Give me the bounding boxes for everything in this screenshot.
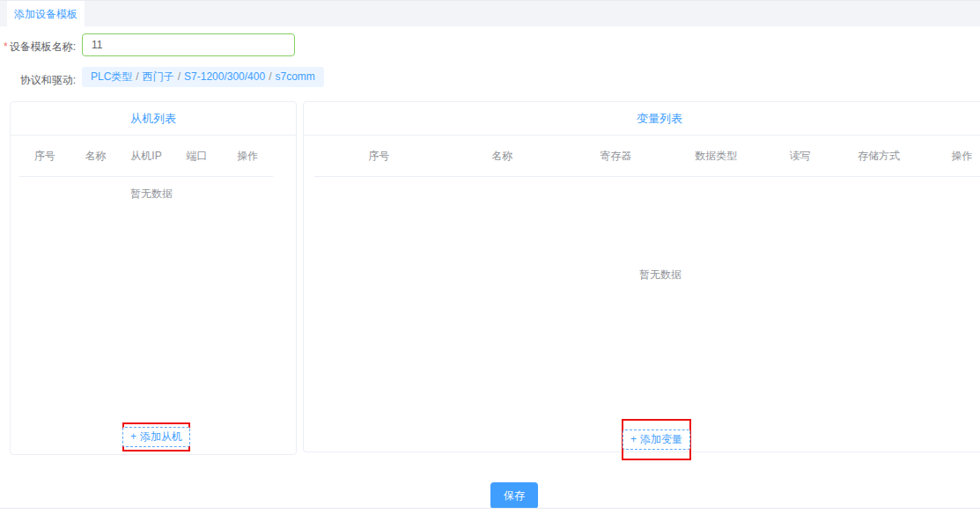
var-col-register: 寄存器 (561, 149, 671, 164)
slave-col-port: 端口 (172, 149, 223, 164)
add-slave-button[interactable]: +添加从机 (122, 427, 190, 447)
var-col-action: 操作 (919, 149, 980, 164)
slave-col-name: 名称 (70, 149, 122, 164)
slave-empty-text: 暂无数据 (19, 187, 284, 202)
slave-list-title: 从机列表 (11, 102, 296, 136)
slave-col-action: 操作 (222, 149, 273, 164)
slave-col-index: 序号 (19, 149, 70, 164)
breadcrumb-separator: / (269, 70, 271, 83)
required-asterisk: * (4, 40, 8, 53)
add-slave-highlight: +添加从机 (122, 422, 190, 452)
protocol-driver-label: 协议和驱动: (0, 73, 76, 88)
var-col-storage: 存储方式 (838, 149, 919, 164)
protocol-segment-driver: s7comm (275, 70, 314, 83)
slave-list-panel: 从机列表 序号 名称 从机IP 端口 操作 暂无数据 +添加从机 (10, 101, 297, 455)
breadcrumb-separator: / (136, 70, 138, 83)
variable-empty-text: 暂无数据 (304, 268, 980, 283)
add-variable-highlight: +添加变量 (622, 419, 691, 460)
slave-table-header: 序号 名称 从机IP 端口 操作 (19, 136, 273, 177)
protocol-segment-model: S7-1200/300/400 (184, 70, 265, 83)
page-bottom-divider (0, 508, 980, 509)
var-col-datatype: 数据类型 (671, 149, 762, 164)
slave-col-ip: 从机IP (121, 149, 172, 164)
var-col-readwrite: 读写 (762, 149, 838, 164)
add-variable-button[interactable]: +添加变量 (623, 430, 690, 450)
device-template-name-label-text: 设备模板名称: (10, 40, 76, 53)
plus-icon: + (630, 433, 637, 445)
protocol-driver-breadcrumb[interactable]: PLC类型/西门子/S7-1200/300/400/s7comm (82, 67, 324, 87)
protocol-segment-vendor: 西门子 (143, 70, 174, 83)
save-button[interactable]: 保存 (490, 482, 538, 509)
add-device-template-page: 添加设备模板 *设备模板名称: 协议和驱动: PLC类型/西门子/S7-1200… (0, 0, 980, 514)
var-col-index: 序号 (314, 149, 444, 164)
variable-list-title: 变量列表 (304, 102, 980, 136)
add-slave-button-label: 添加从机 (140, 430, 182, 443)
breadcrumb-separator: / (178, 70, 181, 83)
add-variable-button-label: 添加变量 (640, 433, 682, 445)
device-template-name-label: *设备模板名称: (0, 40, 76, 55)
device-template-name-input[interactable] (82, 33, 295, 56)
tab-bar: 添加设备模板 (0, 0, 980, 26)
protocol-segment-plc-type: PLC类型 (91, 70, 132, 83)
tab-add-device-template[interactable]: 添加设备模板 (7, 1, 85, 27)
variable-table-header: 序号 名称 寄存器 数据类型 读写 存储方式 操作 (314, 136, 980, 177)
variable-list-panel: 变量列表 序号 名称 寄存器 数据类型 读写 存储方式 操作 暂无数据 +添加变… (303, 101, 980, 452)
var-col-name: 名称 (444, 149, 561, 164)
plus-icon: + (130, 430, 136, 443)
